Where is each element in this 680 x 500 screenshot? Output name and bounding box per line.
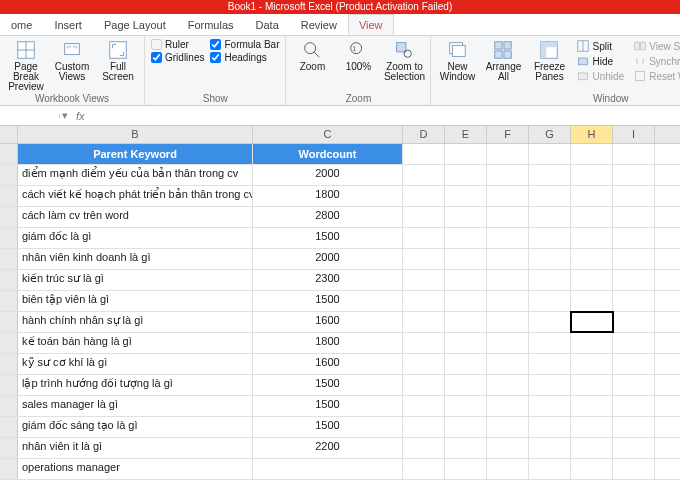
cell[interactable] bbox=[529, 228, 571, 248]
cell[interactable] bbox=[529, 438, 571, 458]
name-box[interactable] bbox=[0, 114, 60, 118]
cell[interactable] bbox=[487, 438, 529, 458]
row-header[interactable] bbox=[0, 165, 18, 185]
cell[interactable] bbox=[571, 270, 613, 290]
cell[interactable] bbox=[487, 312, 529, 332]
cell[interactable] bbox=[487, 249, 529, 269]
cell[interactable]: điểm mạnh điểm yếu của bản thân trong cv bbox=[18, 165, 253, 185]
cell[interactable] bbox=[487, 291, 529, 311]
cell[interactable]: 2000 bbox=[253, 165, 403, 185]
cell[interactable] bbox=[529, 207, 571, 227]
cell[interactable] bbox=[613, 396, 655, 416]
formula-bar-checkbox[interactable]: Formula Bar bbox=[210, 39, 279, 50]
cell[interactable] bbox=[529, 396, 571, 416]
cell[interactable] bbox=[529, 291, 571, 311]
zoom-selection-button[interactable]: Zoom to Selection bbox=[384, 39, 424, 82]
cell[interactable] bbox=[613, 417, 655, 437]
cell[interactable] bbox=[487, 186, 529, 206]
cell[interactable] bbox=[613, 270, 655, 290]
tab-insert[interactable]: Insert bbox=[43, 14, 93, 35]
cell[interactable] bbox=[487, 396, 529, 416]
cell[interactable] bbox=[529, 354, 571, 374]
cell[interactable] bbox=[445, 396, 487, 416]
formula-input[interactable] bbox=[91, 108, 680, 124]
cell[interactable] bbox=[445, 354, 487, 374]
cell[interactable] bbox=[529, 459, 571, 479]
cell[interactable] bbox=[445, 186, 487, 206]
cell[interactable]: kế toán bán hàng là gì bbox=[18, 333, 253, 353]
row-header[interactable] bbox=[0, 459, 18, 479]
cell[interactable] bbox=[403, 354, 445, 374]
cell[interactable] bbox=[403, 270, 445, 290]
cell[interactable]: 1600 bbox=[253, 312, 403, 332]
cell[interactable] bbox=[613, 165, 655, 185]
cell[interactable]: sales manager là gì bbox=[18, 396, 253, 416]
cell[interactable] bbox=[403, 228, 445, 248]
cell[interactable]: operations manager bbox=[18, 459, 253, 479]
cell[interactable] bbox=[613, 375, 655, 395]
cell[interactable] bbox=[613, 207, 655, 227]
cell[interactable] bbox=[529, 417, 571, 437]
cell[interactable] bbox=[403, 417, 445, 437]
arrange-all-button[interactable]: Arrange All bbox=[483, 39, 523, 82]
fx-icon[interactable]: fx bbox=[70, 110, 91, 122]
cell[interactable] bbox=[403, 459, 445, 479]
cell[interactable]: 1500 bbox=[253, 417, 403, 437]
col-header-H[interactable]: H bbox=[571, 126, 613, 143]
zoom-button[interactable]: Zoom bbox=[292, 39, 332, 72]
cell[interactable]: hành chính nhân sự là gì bbox=[18, 312, 253, 332]
cell[interactable]: giám đốc là gì bbox=[18, 228, 253, 248]
cell[interactable]: 1600 bbox=[253, 354, 403, 374]
cell[interactable]: cách viết kế hoạch phát triển bản thân t… bbox=[18, 186, 253, 206]
cell[interactable] bbox=[487, 228, 529, 248]
cell-header-b[interactable]: Parent Keyword bbox=[18, 144, 253, 164]
cell[interactable] bbox=[613, 438, 655, 458]
new-window-button[interactable]: New Window bbox=[437, 39, 477, 82]
cell[interactable] bbox=[571, 438, 613, 458]
cell[interactable] bbox=[403, 312, 445, 332]
cell[interactable]: kỹ sư cơ khí là gì bbox=[18, 354, 253, 374]
cell[interactable] bbox=[571, 375, 613, 395]
cell[interactable]: nhân viên it là gì bbox=[18, 438, 253, 458]
col-header-D[interactable]: D bbox=[403, 126, 445, 143]
row-header[interactable] bbox=[0, 354, 18, 374]
cell[interactable] bbox=[613, 291, 655, 311]
cell[interactable] bbox=[403, 291, 445, 311]
cell[interactable] bbox=[613, 312, 655, 332]
cell[interactable]: nhân viên kinh doanh là gì bbox=[18, 249, 253, 269]
cell[interactable] bbox=[487, 270, 529, 290]
tab-view[interactable]: View bbox=[348, 14, 394, 35]
page-break-preview-button[interactable]: Page Break Preview bbox=[6, 39, 46, 92]
ruler-checkbox[interactable]: Ruler bbox=[151, 39, 204, 50]
row-header[interactable] bbox=[0, 291, 18, 311]
cell[interactable] bbox=[571, 312, 613, 332]
row-header[interactable] bbox=[0, 207, 18, 227]
cell[interactable] bbox=[487, 459, 529, 479]
hide-button[interactable]: Hide bbox=[575, 54, 626, 68]
cell[interactable] bbox=[529, 333, 571, 353]
cell[interactable] bbox=[487, 417, 529, 437]
col-header-B[interactable]: B bbox=[18, 126, 253, 143]
row-header[interactable] bbox=[0, 333, 18, 353]
cell[interactable] bbox=[529, 312, 571, 332]
cell[interactable] bbox=[445, 375, 487, 395]
cell-header-c[interactable]: Wordcount bbox=[253, 144, 403, 164]
col-header-C[interactable]: C bbox=[253, 126, 403, 143]
cell[interactable]: giám đốc sáng tạo là gì bbox=[18, 417, 253, 437]
tab-ome[interactable]: ome bbox=[0, 14, 43, 35]
cell[interactable]: kiến trúc sư là gì bbox=[18, 270, 253, 290]
cell[interactable] bbox=[487, 333, 529, 353]
cell[interactable] bbox=[571, 207, 613, 227]
cell[interactable] bbox=[445, 438, 487, 458]
cell[interactable] bbox=[571, 396, 613, 416]
cell[interactable]: 2200 bbox=[253, 438, 403, 458]
cell[interactable] bbox=[403, 375, 445, 395]
cell[interactable] bbox=[403, 186, 445, 206]
cell[interactable] bbox=[571, 333, 613, 353]
cell[interactable] bbox=[613, 249, 655, 269]
cell[interactable] bbox=[445, 312, 487, 332]
cell[interactable] bbox=[487, 165, 529, 185]
row-header[interactable] bbox=[0, 417, 18, 437]
cell[interactable] bbox=[445, 417, 487, 437]
cell[interactable]: 2300 bbox=[253, 270, 403, 290]
